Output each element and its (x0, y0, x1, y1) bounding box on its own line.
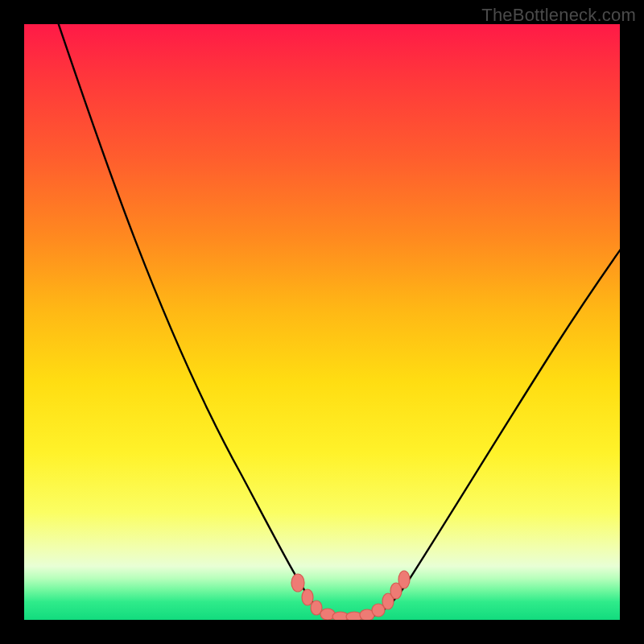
curves-svg (24, 24, 620, 620)
outer-frame: TheBottleneck.com (0, 0, 644, 644)
plot-area (24, 24, 620, 620)
marker (398, 571, 410, 588)
marker (302, 589, 313, 605)
watermark-text: TheBottleneck.com (481, 5, 636, 26)
left-curve (53, 24, 330, 617)
marker (291, 574, 304, 592)
right-curve (370, 205, 620, 617)
marker-group (291, 571, 410, 620)
